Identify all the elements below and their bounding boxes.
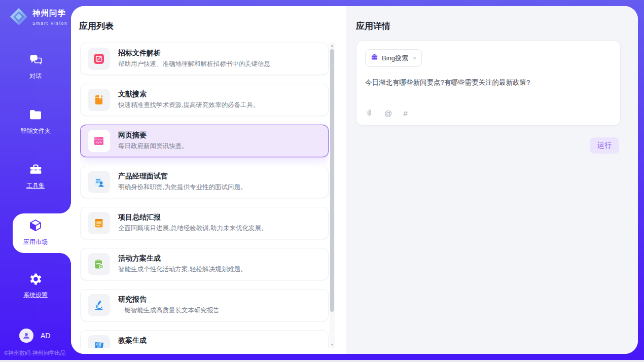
brand-name: 神州问学: [32, 9, 66, 17]
sidebar-item-label: 应用市场: [0, 238, 71, 246]
user-account[interactable]: AD: [19, 329, 50, 343]
copyright-footer: ©神州数码·神州问学出品: [4, 349, 66, 357]
app-card-title: 教案生成: [118, 337, 236, 344]
app-card-title: 研究报告: [118, 296, 220, 303]
input-toolbar: @ #: [365, 108, 408, 118]
app-card-title: 产品经理面试官: [118, 172, 246, 179]
main-content: 应用列表 招标文件解析帮助用户快速、准确地理解和解析招标书中的关键信息文献搜索快…: [71, 6, 638, 354]
brand-tagline: Smart Vision: [32, 21, 68, 26]
sidebar-item-label: 对话: [0, 72, 71, 81]
hash-icon[interactable]: #: [403, 110, 407, 118]
cube-icon: [28, 218, 43, 233]
sidebar-item-label: 智能文件夹: [0, 127, 71, 135]
app-detail-title: 应用详情: [356, 20, 390, 32]
tag-close-icon[interactable]: ×: [413, 55, 416, 62]
brand-logo: 神州问学 Smart Vision: [9, 7, 68, 28]
toolbox-icon: [28, 163, 43, 178]
user-name: AD: [41, 332, 50, 340]
summary-notepad-icon: [88, 212, 110, 234]
svg-text:</>: </>: [96, 140, 102, 144]
app-list-panel: 应用列表 招标文件解析帮助用户快速、准确地理解和解析招标书中的关键信息文献搜索快…: [71, 6, 346, 354]
sidebar-item-smart-folder[interactable]: 智能文件夹: [0, 108, 71, 135]
bid-document-icon: [88, 48, 110, 70]
list-scrollbar[interactable]: ▲ ▼: [330, 43, 335, 348]
app-list-title: 应用列表: [79, 20, 114, 32]
paperclip-icon[interactable]: [365, 108, 373, 118]
sidebar-item-chat[interactable]: 对话: [0, 54, 71, 81]
chat-icon: [28, 54, 43, 69]
app-card-title: 文献搜索: [118, 90, 259, 97]
app-card-title: 项目总结汇报: [118, 213, 267, 221]
app-card[interactable]: 文献搜索快速精准查找学术资源,提高研究效率的必备工具。: [80, 84, 329, 116]
app-card[interactable]: 研究报告一键智能生成高质量长文本研究报告: [80, 289, 329, 321]
research-microscope-icon: [88, 294, 110, 316]
app-card-description: 快速精准查找学术资源,提高研究效率的必备工具。: [118, 101, 259, 110]
briefcase-icon: [371, 53, 378, 63]
app-detail-panel: 应用详情 Bing搜索 × 今日湖北有哪些新闻要点?有哪些需要关注的最新政策?: [346, 6, 638, 354]
app-card[interactable]: 教案生成模板驱动,教案秒成,教学准备从此轻松快捷: [80, 330, 329, 348]
lesson-books-icon: [88, 335, 110, 348]
scrollbar-thumb[interactable]: [330, 49, 334, 312]
pill-curve-bottom: [60, 253, 71, 264]
app-card[interactable]: 项目总结汇报全面回顾项目进展,总结经验教训,助力未来优化发展。: [80, 207, 329, 239]
sidebar: 神州问学 Smart Vision 对话智能文件夹工具集应用市场系统设置 AD …: [0, 0, 71, 360]
run-button[interactable]: 运行: [590, 137, 619, 154]
app-card-title: 招标文件解析: [118, 49, 270, 56]
sidebar-item-label: 工具集: [0, 182, 71, 190]
window-bottom-edge: [0, 360, 644, 362]
diamond-logo-icon: [9, 7, 28, 28]
folder-icon: [28, 108, 43, 124]
app-card-title: 活动方案生成: [118, 255, 246, 262]
gear-icon: [29, 272, 43, 287]
app-list: 招标文件解析帮助用户快速、准确地理解和解析招标书中的关键信息文献搜索快速精准查找…: [80, 43, 329, 348]
app-card-title: 网页摘要: [118, 131, 188, 138]
sidebar-item-settings[interactable]: 系统设置: [0, 272, 71, 300]
query-card: Bing搜索 × 今日湖北有哪些新闻要点?有哪些需要关注的最新政策? @ #: [356, 41, 621, 126]
mention-icon[interactable]: @: [384, 110, 392, 118]
sidebar-item-toolset[interactable]: 工具集: [0, 163, 71, 190]
interviewer-document-icon: [88, 171, 110, 193]
scroll-down-icon[interactable]: ▼: [330, 342, 335, 347]
literature-book-icon: [88, 89, 110, 111]
app-card-description: 全面回顾项目进展,总结经验教训,助力未来优化发展。: [118, 224, 267, 233]
sidebar-item-label: 系统设置: [0, 291, 71, 300]
app-card-description: 明确身份和职责,为您提供专业性的面试问题。: [118, 183, 246, 192]
app-card-description: 每日政府新闻资讯快查。: [118, 142, 188, 151]
app-card[interactable]: 招标文件解析帮助用户快速、准确地理解和解析招标书中的关键信息: [80, 43, 329, 75]
app-card-description: 一键智能生成高质量长文本研究报告: [118, 306, 220, 315]
app-card-description: 智能生成个性化活动方案,轻松解决规划难题。: [118, 265, 246, 274]
query-text[interactable]: 今日湖北有哪些新闻要点?有哪些需要关注的最新政策?: [365, 78, 612, 88]
scroll-up-icon[interactable]: ▲: [330, 43, 335, 48]
tool-tag-bing-search[interactable]: Bing搜索 ×: [365, 49, 422, 67]
app-card-description: 帮助用户快速、准确地理解和解析招标书中的关键信息: [118, 60, 270, 68]
app-card-description: 模板驱动,教案秒成,教学准备从此轻松快捷: [118, 347, 236, 348]
tool-tag-label: Bing搜索: [382, 54, 408, 63]
event-clipboard-icon: [88, 253, 110, 275]
app-card[interactable]: </>网页摘要每日政府新闻资讯快查。: [80, 125, 329, 157]
user-avatar-icon: [19, 329, 33, 343]
webpage-code-icon: </>: [88, 130, 110, 152]
app-card[interactable]: 产品经理面试官明确身份和职责,为您提供专业性的面试问题。: [80, 166, 329, 198]
app-card[interactable]: 活动方案生成智能生成个性化活动方案,轻松解决规划难题。: [80, 248, 329, 280]
sidebar-item-app-market[interactable]: 应用市场: [0, 218, 71, 246]
pill-curve-top: [60, 202, 71, 213]
